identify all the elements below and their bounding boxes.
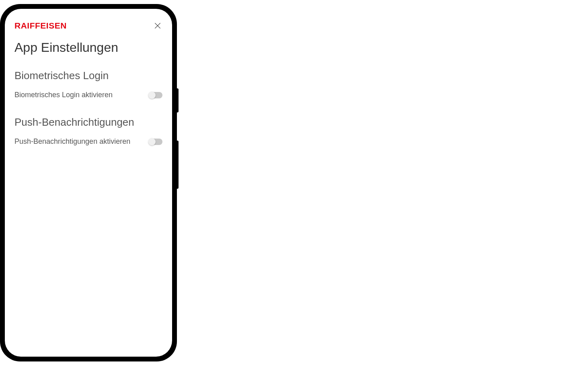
push-setting-row: Push-Benachrichtigungen aktivieren (14, 137, 162, 147)
phone-side-button (177, 88, 179, 112)
biometric-toggle-label: Biometrisches Login aktivieren (14, 90, 142, 100)
biometric-section-title: Biometrisches Login (14, 69, 162, 82)
push-section-title: Push-Benachrichtigungen (14, 116, 162, 129)
phone-side-button (177, 141, 179, 189)
brand-logo: RAIFFEISEN (14, 21, 67, 31)
biometric-section: Biometrisches Login Biometrisches Login … (14, 69, 162, 100)
biometric-setting-row: Biometrisches Login aktivieren (14, 90, 162, 100)
toggle-knob (148, 92, 156, 99)
content-area: App Einstellungen Biometrisches Login Bi… (5, 37, 172, 166)
close-icon (154, 22, 162, 30)
close-button[interactable] (153, 21, 162, 31)
push-section: Push-Benachrichtigungen Push-Benachricht… (14, 116, 162, 147)
push-toggle-label: Push-Benachrichtigungen aktivieren (14, 137, 142, 147)
app-header: RAIFFEISEN (5, 9, 172, 37)
push-toggle[interactable] (149, 139, 162, 145)
biometric-toggle[interactable] (149, 92, 162, 98)
phone-frame: RAIFFEISEN App Einstellungen Biometrisch… (0, 4, 177, 361)
page-title: App Einstellungen (14, 40, 162, 55)
toggle-knob (148, 138, 156, 145)
phone-screen: RAIFFEISEN App Einstellungen Biometrisch… (5, 9, 172, 357)
